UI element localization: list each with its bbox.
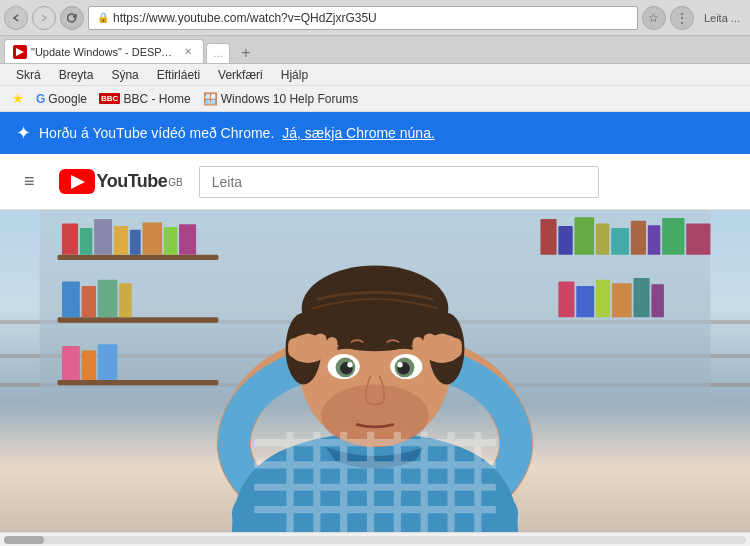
svg-rect-52	[302, 333, 315, 354]
svg-rect-57	[436, 333, 449, 354]
youtube-logo-icon	[59, 169, 95, 194]
svg-rect-54	[327, 337, 338, 357]
search-input[interactable]	[199, 166, 599, 198]
nav-right-area: ☆ ⋮ Leita ...	[642, 6, 746, 30]
yt-video-area	[0, 210, 750, 532]
youtube-region-label: GB	[168, 177, 182, 188]
svg-rect-2	[57, 255, 218, 260]
bookmark-google[interactable]: G Google	[32, 90, 91, 108]
svg-rect-12	[179, 224, 196, 254]
settings-button[interactable]: ⋮	[670, 6, 694, 30]
svg-point-49	[397, 362, 402, 367]
svg-rect-3	[57, 317, 218, 322]
yt-notification-bar: ✦ Horðu á YouTube vídéó með Chrome. Já, …	[0, 112, 750, 154]
svg-rect-14	[82, 286, 96, 317]
menu-hjalp[interactable]: Hjálp	[273, 66, 316, 84]
play-triangle-icon	[71, 175, 85, 189]
windows-icon: 🪟	[203, 92, 218, 106]
forward-button[interactable]	[32, 6, 56, 30]
svg-rect-32	[62, 346, 80, 380]
svg-marker-0	[16, 48, 24, 56]
nav-bar: 🔒 https://www.youtube.com/watch?v=QHdZjx…	[0, 0, 750, 36]
svg-rect-17	[540, 219, 556, 255]
svg-rect-34	[98, 344, 118, 380]
new-tab-button[interactable]: +	[234, 43, 258, 63]
menu-bar: Skrá Breyta Sýna Eftirláeti Verkfæri Hjá…	[0, 64, 750, 86]
bookmark-star-button[interactable]: ☆	[642, 6, 666, 30]
menu-skra[interactable]: Skrá	[8, 66, 49, 84]
address-bar[interactable]: 🔒 https://www.youtube.com/watch?v=QHdZjx…	[88, 6, 638, 30]
google-icon: G	[36, 92, 45, 106]
bookmark-google-star[interactable]: ★	[8, 89, 28, 108]
svg-rect-59	[413, 337, 424, 357]
svg-point-41	[321, 384, 428, 447]
svg-rect-4	[57, 380, 218, 385]
refresh-button[interactable]	[60, 6, 84, 30]
svg-rect-7	[94, 219, 112, 255]
yt-header: ≡ YouTube GB	[0, 154, 750, 210]
bookmark-win10-label: Windows 10 Help Forums	[221, 92, 358, 106]
svg-rect-21	[611, 228, 629, 255]
tab-title: "Update Windows" - DESPA...	[31, 46, 177, 58]
notification-star-icon: ✦	[16, 122, 31, 144]
bookmark-windows10[interactable]: 🪟 Windows 10 Help Forums	[199, 90, 362, 108]
svg-rect-30	[633, 278, 649, 317]
youtube-logo[interactable]: YouTube GB	[59, 169, 183, 194]
svg-rect-25	[686, 223, 710, 254]
svg-rect-9	[130, 230, 141, 255]
svg-point-45	[347, 362, 352, 367]
svg-rect-18	[558, 226, 572, 255]
back-button[interactable]	[4, 6, 28, 30]
bookmark-google-label: Google	[48, 92, 87, 106]
tab-extra[interactable]: …	[206, 43, 230, 63]
svg-rect-56	[449, 338, 462, 358]
scrollbar-track	[4, 536, 746, 544]
svg-rect-26	[558, 282, 574, 318]
youtube-logo-text: YouTube	[97, 171, 168, 192]
address-text: https://www.youtube.com/watch?v=QHdZjxrG…	[113, 11, 377, 25]
leita-button[interactable]: Leita ...	[698, 10, 746, 26]
hamburger-menu-icon[interactable]: ≡	[16, 163, 43, 200]
svg-rect-58	[423, 333, 436, 354]
svg-rect-27	[576, 286, 594, 317]
svg-rect-53	[314, 333, 327, 354]
svg-rect-31	[651, 284, 664, 317]
browser-frame: 🔒 https://www.youtube.com/watch?v=QHdZjx…	[0, 0, 750, 546]
scrollbar-thumb[interactable]	[4, 536, 44, 544]
svg-rect-51	[288, 338, 301, 358]
person-illustration	[0, 210, 750, 532]
star-icon: ★	[12, 91, 24, 106]
svg-rect-19	[574, 217, 594, 255]
bbc-icon: BBC	[99, 93, 120, 104]
svg-rect-29	[612, 283, 632, 317]
menu-breyta[interactable]: Breyta	[51, 66, 102, 84]
menu-eftirleti[interactable]: Eftirláeti	[149, 66, 208, 84]
svg-rect-23	[648, 225, 661, 255]
notification-link[interactable]: Já, sækja Chrome núna.	[282, 125, 435, 141]
menu-syna[interactable]: Sýna	[103, 66, 146, 84]
tab-close-button[interactable]: ✕	[181, 45, 195, 59]
svg-rect-10	[142, 223, 162, 255]
horizontal-scrollbar[interactable]	[0, 532, 750, 546]
tabs-bar: "Update Windows" - DESPA... ✕ … +	[0, 36, 750, 64]
svg-rect-5	[62, 223, 78, 254]
active-tab[interactable]: "Update Windows" - DESPA... ✕	[4, 39, 204, 63]
svg-rect-6	[80, 228, 93, 255]
lock-icon: 🔒	[97, 12, 109, 23]
svg-rect-24	[662, 218, 684, 255]
menu-verkferi[interactable]: Verkfæri	[210, 66, 271, 84]
svg-rect-22	[631, 221, 646, 255]
svg-rect-8	[114, 226, 128, 255]
svg-rect-16	[119, 283, 132, 317]
svg-rect-13	[62, 282, 80, 318]
svg-rect-28	[596, 280, 610, 318]
svg-rect-15	[98, 280, 118, 318]
bookmark-bbc-label: BBC - Home	[123, 92, 190, 106]
page-content: ✦ Horðu á YouTube vídéó með Chrome. Já, …	[0, 112, 750, 546]
bookmark-bbc[interactable]: BBC BBC - Home	[95, 90, 195, 108]
svg-rect-11	[164, 227, 177, 255]
bookmarks-bar: ★ G Google BBC BBC - Home 🪟 Windows 10 H…	[0, 86, 750, 112]
svg-rect-20	[596, 223, 609, 254]
svg-rect-33	[82, 350, 96, 380]
notification-text: Horðu á YouTube vídéó með Chrome.	[39, 125, 274, 141]
